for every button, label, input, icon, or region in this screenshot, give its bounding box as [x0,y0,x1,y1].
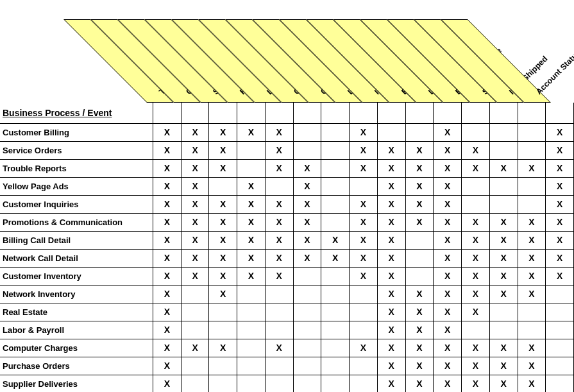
column-header-bg [144,19,255,103]
matrix-cell: X [377,339,405,357]
header-spacer [434,103,462,123]
header-spacer [293,103,321,123]
table-row: Yellow Page AdsXXXXXXXX [0,177,574,195]
matrix-cell [462,195,490,213]
matrix-cell: X [153,285,181,303]
matrix-cell: X [237,249,266,267]
matrix-cell: X [405,159,434,177]
matrix-cell: X [489,213,518,231]
matrix-cell [546,321,574,339]
matrix-cell: X [293,177,321,195]
column-header-label: Rate Category [238,51,283,96]
process-dimension-matrix: Business Process / EventCustomer Billing… [0,103,574,392]
matrix-cell: X [153,159,181,177]
matrix-cell [293,357,321,375]
matrix-cell [489,123,518,141]
matrix-cell: X [405,213,434,231]
matrix-cell: X [489,375,518,392]
matrix-cell [237,339,266,357]
matrix-cell: X [153,177,181,195]
matrix-cell [237,285,266,303]
matrix-cell [546,303,574,321]
column-header: Internal Organization [362,0,389,103]
column-header-bg [63,19,174,103]
matrix-cell: X [265,141,293,159]
matrix-cell [518,141,546,159]
matrix-cell: X [350,141,378,159]
matrix-cell [293,375,321,392]
matrix-cell [350,357,378,375]
matrix-cell: X [377,231,405,249]
matrix-cell: X [546,177,574,195]
matrix-cell [293,267,321,285]
matrix-cell: X [434,159,462,177]
matrix-cell: X [265,339,293,357]
matrix-cell: X [462,267,490,285]
column-header: Supplier [470,0,497,103]
column-header-label: Service [211,70,237,96]
column-header-bg [117,19,228,103]
matrix-cell [489,195,518,213]
header-row: Business Process / Event [0,103,574,123]
column-header-bg [333,19,443,103]
matrix-cell [350,375,378,392]
row-label: Labor & Payroll [0,321,153,339]
matrix-cell: X [434,321,462,339]
matrix-cell [321,339,350,357]
row-label: Computer Charges [0,339,153,357]
matrix-cell [237,375,266,392]
matrix-cell [405,231,434,249]
matrix-cell [321,285,350,303]
table-row: Labor & PayrollXXXX [0,321,574,339]
matrix-cell: X [434,303,462,321]
matrix-cell: X [546,159,574,177]
matrix-cell: X [350,159,378,177]
matrix-cell: X [434,213,462,231]
column-header: Local Svc Provider [255,0,282,103]
matrix-cell [321,267,350,285]
matrix-cell: X [209,249,237,267]
matrix-cell: X [434,141,462,159]
matrix-cell: X [181,141,209,159]
matrix-cell: X [434,285,462,303]
matrix-cell [237,141,266,159]
matrix-cell [293,339,321,357]
matrix-cell [321,357,350,375]
matrix-cell: X [546,213,574,231]
matrix-cell: X [350,195,378,213]
table-row: Real EstateXXXXX [0,303,574,321]
column-header: Rate Category [228,0,255,103]
matrix-cell: X [181,213,209,231]
column-header-label: Internal Organization [373,33,435,96]
column-header: Called Party [308,0,335,103]
matrix-cell [265,321,293,339]
matrix-cell [209,177,237,195]
matrix-cell: X [265,195,293,213]
column-header: Calling Party [282,0,308,103]
row-label: Network Call Detail [0,249,153,267]
matrix-cell: X [377,321,405,339]
matrix-cell: X [518,231,546,249]
matrix-cell [265,285,293,303]
matrix-cell: X [153,267,181,285]
matrix-cell: X [265,267,293,285]
header-spacer [209,103,237,123]
matrix-cell [321,213,350,231]
matrix-cell: X [153,375,181,392]
matrix-cell: X [462,357,490,375]
matrix-cell [518,321,546,339]
matrix-cell: X [462,303,490,321]
matrix-cell: X [237,231,266,249]
matrix-cell: X [518,357,546,375]
matrix-cell: X [434,339,462,357]
matrix-cell [518,303,546,321]
table-row: Billing Call DetailXXXXXXXXXXXXXX [0,231,574,249]
matrix-cell [350,285,378,303]
row-label: Customer Inventory [0,267,153,285]
matrix-cell: X [350,231,378,249]
matrix-cell: X [377,303,405,321]
matrix-cell: X [462,375,490,392]
matrix-cell [350,321,378,339]
matrix-cell [209,357,237,375]
matrix-cell: X [377,267,405,285]
